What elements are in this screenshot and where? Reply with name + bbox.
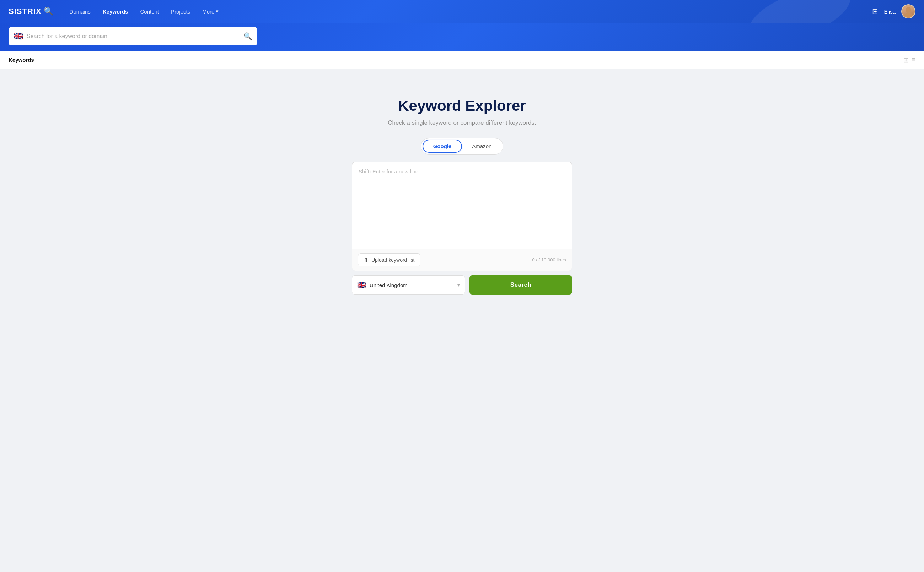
nav-keywords[interactable]: Keywords — [98, 6, 133, 17]
nav-content[interactable]: Content — [135, 6, 164, 17]
keyword-box: ⬆ Upload keyword list 0 of 10.000 lines — [352, 162, 572, 271]
chevron-down-icon: ▾ — [216, 8, 219, 15]
country-name: United Kingdom — [370, 282, 454, 288]
upload-btn-label: Upload keyword list — [371, 257, 414, 263]
page-title: Keyword Explorer — [398, 97, 526, 114]
avatar[interactable] — [901, 4, 915, 19]
navbar: SISTRIX 🔍 Domains Keywords Content Proje… — [0, 0, 924, 23]
keyword-footer: ⬆ Upload keyword list 0 of 10.000 lines — [352, 249, 572, 271]
logo[interactable]: SISTRIX 🔍 — [9, 7, 53, 16]
grid-view-icon[interactable]: ⊞ — [904, 56, 909, 64]
tab-google[interactable]: Google — [423, 140, 462, 153]
line-count: 0 of 10.000 lines — [532, 257, 566, 263]
search-bar-icon: 🔍 — [243, 32, 252, 40]
chevron-down-icon: ▾ — [457, 282, 460, 288]
nav-domains[interactable]: Domains — [65, 6, 96, 17]
tab-group: Google Amazon — [421, 138, 504, 155]
upload-icon: ⬆ — [364, 256, 369, 263]
tab-amazon[interactable]: Amazon — [462, 140, 501, 153]
keyword-textarea[interactable] — [352, 162, 572, 247]
search-bar-container: 🇬🇧 🔍 — [9, 27, 257, 45]
upload-keyword-list-button[interactable]: ⬆ Upload keyword list — [358, 253, 420, 266]
avatar-image — [902, 5, 915, 18]
brand-name: SISTRIX — [9, 7, 42, 16]
breadcrumb: Keywords — [9, 57, 34, 63]
country-select[interactable]: 🇬🇧 United Kingdom ▾ — [352, 275, 465, 295]
page-subtitle: Check a single keyword or compare differ… — [388, 120, 536, 126]
search-bar-area: 🇬🇧 🔍 — [0, 23, 924, 51]
nav-more[interactable]: More ▾ — [197, 5, 224, 17]
logo-search-icon: 🔍 — [44, 7, 53, 16]
main-content: Keyword Explorer Check a single keyword … — [0, 69, 924, 572]
nav-projects[interactable]: Projects — [166, 6, 195, 17]
grid-icon[interactable]: ⊞ — [872, 7, 878, 16]
list-view-icon[interactable]: ≡ — [912, 56, 915, 64]
nav-right: ⊞ Elisa — [872, 4, 915, 19]
country-flag-icon: 🇬🇧 — [357, 281, 366, 289]
user-name: Elisa — [884, 9, 896, 15]
nav-more-label: More — [202, 9, 214, 15]
breadcrumb-bar: Keywords ⊞ ≡ — [0, 51, 924, 69]
search-button[interactable]: Search — [470, 275, 572, 295]
breadcrumb-icons: ⊞ ≡ — [904, 56, 915, 64]
flag-uk-icon[interactable]: 🇬🇧 — [14, 32, 23, 41]
nav-links: Domains Keywords Content Projects More ▾ — [65, 5, 873, 17]
search-input[interactable] — [26, 33, 240, 39]
search-row: 🇬🇧 United Kingdom ▾ Search — [352, 275, 572, 295]
